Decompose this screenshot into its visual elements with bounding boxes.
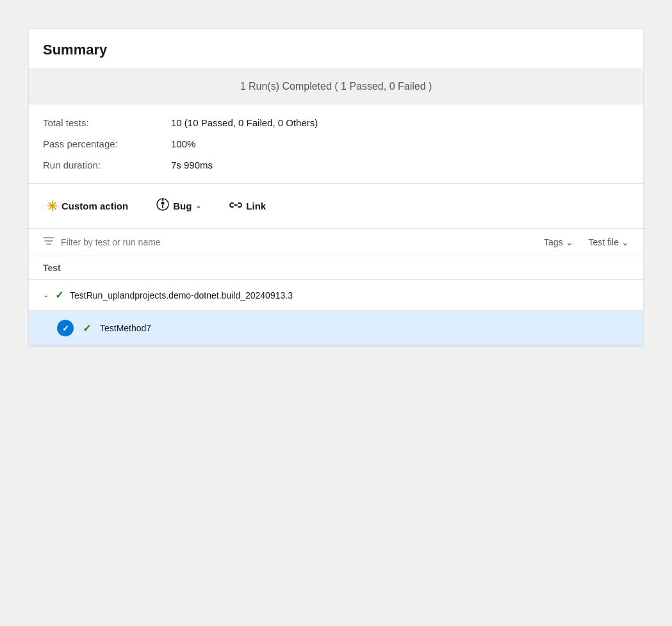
- selected-indicator: ✓: [57, 320, 74, 336]
- star-icon: ✳: [47, 199, 58, 214]
- tags-chevron-icon: ⌄: [566, 237, 573, 247]
- svg-point-1: [161, 202, 165, 205]
- stat-label-total: Total tests:: [43, 117, 171, 128]
- custom-action-label: Custom action: [61, 201, 128, 211]
- test-file-chevron-icon: ⌄: [621, 237, 629, 247]
- filter-bar: Tags ⌄ Test file ⌄: [29, 229, 643, 256]
- stat-value-total: 10 (10 Passed, 0 Failed, 0 Others): [171, 117, 318, 128]
- stat-value-pass-pct: 100%: [171, 138, 195, 149]
- link-label: Link: [246, 201, 266, 211]
- filter-input[interactable]: [61, 237, 544, 247]
- summary-header: Summary: [29, 29, 643, 69]
- stat-label-duration: Run duration:: [43, 160, 171, 170]
- tags-label: Tags: [544, 237, 563, 247]
- test-file-label: Test file: [589, 237, 619, 247]
- stat-row-pass-pct: Pass percentage: 100%: [43, 138, 629, 149]
- link-button[interactable]: Link: [225, 197, 270, 215]
- actions-bar: ✳ Custom action Bug ⌄ Link: [29, 184, 643, 229]
- table-header: Test: [29, 256, 643, 280]
- custom-action-button[interactable]: ✳ Custom action: [43, 196, 132, 217]
- selected-check-icon: ✓: [62, 324, 69, 333]
- bug-button[interactable]: Bug ⌄: [152, 195, 205, 217]
- expand-icon[interactable]: ⌄: [43, 291, 49, 299]
- stat-row-duration: Run duration: 7s 990ms: [43, 160, 629, 170]
- test-run-row[interactable]: ⌄ ✓ TestRun_uplandprojects.demo-dotnet.b…: [29, 280, 643, 311]
- bug-label: Bug: [173, 201, 192, 211]
- pass-check-icon: ✓: [55, 289, 63, 301]
- column-test-header: Test: [43, 263, 61, 273]
- test-run-name: TestRun_uplandprojects.demo-dotnet.build…: [70, 290, 293, 301]
- test-file-filter-button[interactable]: Test file ⌄: [589, 237, 629, 247]
- main-panel: Summary 1 Run(s) Completed ( 1 Passed, 0…: [28, 28, 644, 347]
- stats-section: Total tests: 10 (10 Passed, 0 Failed, 0 …: [29, 104, 643, 184]
- stat-value-duration: 7s 990ms: [171, 160, 213, 170]
- test-method-name: TestMethod7: [100, 323, 151, 333]
- bug-icon: [156, 198, 169, 214]
- test-method-check-icon: ✓: [83, 322, 91, 334]
- svg-rect-2: [162, 205, 163, 208]
- test-method-row[interactable]: ✓ ✓ TestMethod7: [29, 311, 643, 346]
- page-title: Summary: [43, 42, 629, 58]
- link-icon: [229, 200, 242, 213]
- svg-point-3: [162, 199, 164, 201]
- runs-banner: 1 Run(s) Completed ( 1 Passed, 0 Failed …: [29, 69, 643, 104]
- filter-tags: Tags ⌄ Test file ⌄: [544, 237, 629, 247]
- stat-row-total: Total tests: 10 (10 Passed, 0 Failed, 0 …: [43, 117, 629, 128]
- bug-chevron-down-icon: ⌄: [195, 202, 201, 210]
- filter-icon: [43, 236, 54, 248]
- runs-banner-text: 1 Run(s) Completed ( 1 Passed, 0 Failed …: [240, 81, 432, 92]
- tags-filter-button[interactable]: Tags ⌄: [544, 237, 573, 247]
- stat-label-pass-pct: Pass percentage:: [43, 138, 171, 149]
